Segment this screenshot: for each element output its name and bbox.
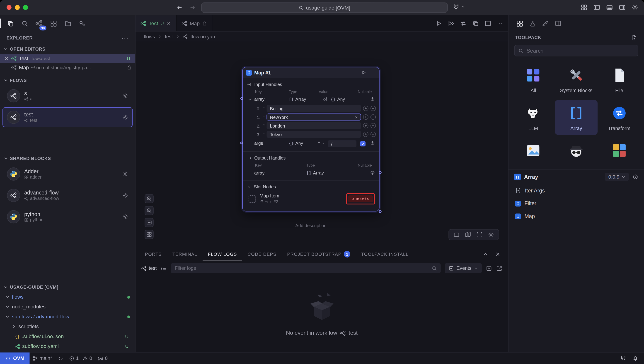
output-port-array[interactable] [379,171,382,174]
array-item-value-input[interactable]: London [267,122,361,129]
toolpack-item-llm[interactable]: LLM [512,100,555,135]
log-list-icon[interactable] [161,265,167,271]
canvas-settings-gear-icon[interactable] [488,232,494,238]
shared-block-adder[interactable]: Adder adder [2,164,133,184]
zoom-out-button[interactable] [144,206,154,215]
add-item-button[interactable]: + [363,132,368,137]
maximize-panel-chevron-icon[interactable] [483,251,488,257]
handle-settings-gear-icon[interactable] [370,170,375,175]
toolpack-item-system-blocks[interactable]: System Blocks [555,62,598,97]
input-port-array[interactable] [240,97,243,100]
flask-icon[interactable] [529,20,536,27]
toolpack-item-array-selected[interactable]: Array [555,100,598,135]
shared-block-advanced-flow[interactable]: advanced-flow advanced-flow [2,186,133,205]
string-type-icon[interactable]: " [262,115,264,120]
explorer-view-button[interactable] [5,18,16,29]
toolpack-item-transform[interactable]: Transform [598,100,641,135]
nullable-checkbox-checked[interactable] [360,141,366,147]
close-tab-icon[interactable] [166,21,171,26]
tab-test[interactable]: Test U [136,15,176,31]
brush-icon[interactable] [542,20,549,27]
tab-flow-logs[interactable]: FLOW LOGS [202,247,242,261]
explorer-more-button[interactable]: ··· [122,35,128,41]
remote-indicator[interactable]: OVM [0,352,30,364]
secrets-view-button[interactable] [77,18,88,29]
layout-grid-icon[interactable] [581,4,587,11]
assistant-menu-button[interactable] [452,4,465,11]
settings-gear-icon[interactable] [632,4,638,11]
run-node-button[interactable] [361,70,366,75]
array-item-value-input-focused[interactable]: NewYork × [267,113,361,120]
toolpack-item-image-partial[interactable] [512,137,555,163]
open-editors-header[interactable]: OPEN EDITORS [0,44,135,54]
auto-layout-button[interactable] [144,230,154,239]
add-item-button[interactable]: + [363,114,368,120]
compare-changes-button[interactable] [460,20,466,27]
shared-block-python[interactable]: python python [2,207,133,227]
tab-ports[interactable]: PORTS [140,247,167,261]
toolpack-item-spy-partial[interactable] [555,137,598,163]
flow-settings-gear-icon[interactable] [122,114,128,120]
log-flow-selector[interactable]: test [142,265,157,271]
block-settings-gear-icon[interactable] [122,214,128,220]
close-panel-icon[interactable] [495,251,500,257]
clear-value-icon[interactable]: × [355,115,358,120]
info-icon[interactable] [632,174,638,180]
ports-item[interactable]: 0 [95,352,110,364]
string-type-icon[interactable]: " [262,123,264,128]
split-editor-button[interactable] [485,20,491,27]
add-description-button[interactable]: Add description [242,223,379,228]
handle-settings-gear-icon[interactable] [370,141,375,146]
handle-settings-gear-icon[interactable] [370,97,375,102]
screen-icon[interactable] [454,232,460,238]
flows-view-button[interactable]: 39 [34,18,44,29]
tab-code-deps[interactable]: CODE DEPS [242,247,282,261]
node-header[interactable]: [] Map #1 ··· [243,67,379,78]
toolpack-item-file[interactable]: File [598,62,641,97]
map-node[interactable]: [] Map #1 ··· Input Handles [242,67,379,211]
command-center[interactable]: usage-guide [OVM] [201,3,448,13]
git-sync-button[interactable] [55,352,66,364]
breadcrumb-test[interactable]: test [165,34,173,40]
block-item-filter[interactable]: [] Filter [508,197,644,210]
remove-item-button[interactable]: − [370,114,376,120]
array-item-value-input[interactable]: Beijing [267,105,361,112]
export-logs-button[interactable] [486,265,492,271]
close-editor-icon[interactable] [4,56,9,61]
run-flow-button[interactable] [435,20,442,27]
flow-settings-gear-icon[interactable] [122,93,128,99]
tree-item-flows[interactable]: flows [0,292,135,302]
block-settings-gear-icon[interactable] [122,193,128,198]
new-toolpack-button[interactable] [631,34,638,40]
fit-view-button[interactable] [144,218,154,227]
remove-item-button[interactable]: − [370,123,376,128]
add-item-button[interactable]: + [363,123,368,128]
string-type-icon[interactable]: " [262,106,264,111]
workspace-section-header[interactable]: USAGE-GUIDE [OVM] [0,282,135,292]
toolpack-search-input[interactable] [526,47,634,54]
tree-item-subflow-oo-yaml[interactable]: subflow.oo.yaml U [0,341,135,351]
tab-toolpack-install[interactable]: TOOLPACK INSTALL [356,247,414,261]
version-dropdown[interactable]: 0.0.9 [605,173,629,181]
toolpack-view-icon[interactable] [516,20,523,27]
toggle-primary-sidebar-icon[interactable] [594,4,600,11]
flow-canvas[interactable]: [] Map #1 ··· Input Handles [136,42,508,247]
block-item-map[interactable]: [] Map [508,210,644,222]
remove-item-button[interactable]: − [370,132,376,137]
tree-item-scriptlets[interactable]: scriptlets [0,321,135,331]
node-more-button[interactable]: ··· [370,69,376,76]
string-type-icon[interactable]: " [262,132,264,137]
output-array-row[interactable]: array [] Array [243,169,379,178]
filter-logs-input[interactable] [175,265,430,271]
copy-button[interactable] [472,20,479,27]
value-type-selector[interactable]: " [318,141,326,146]
git-branch-item[interactable]: main* [30,352,55,364]
block-settings-gear-icon[interactable] [122,171,128,177]
slot-map-item-row[interactable]: Map Item +slot#2 <unset> [243,191,379,209]
flows-section-header[interactable]: FLOWS [0,75,135,85]
input-port-args[interactable] [240,142,243,144]
remove-item-button[interactable]: − [370,106,376,111]
forward-button[interactable] [190,4,196,11]
unset-badge[interactable]: <unset> [348,195,373,203]
flow-card-test[interactable]: test test [2,107,133,127]
